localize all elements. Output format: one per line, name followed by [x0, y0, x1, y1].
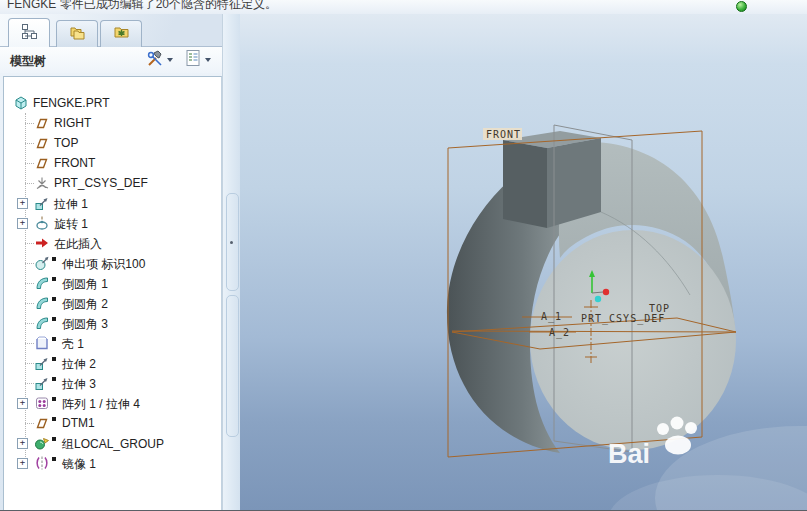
- tree-connector-stub: [25, 143, 34, 144]
- splitter-scrollbar[interactable]: [226, 295, 239, 437]
- tree-settings-button[interactable]: [146, 50, 173, 70]
- tree-connector-stub: [25, 123, 34, 124]
- folder-browser-icon: [69, 24, 86, 45]
- group-icon: [34, 435, 50, 451]
- tree-connector-stub: [25, 183, 34, 184]
- tree-item[interactable]: 倒圆角 1: [4, 273, 221, 293]
- mirror-icon: [34, 455, 50, 471]
- feature-note-marker: [52, 297, 56, 301]
- datum-icon: [34, 415, 50, 431]
- chevron-down-icon: [205, 58, 211, 62]
- front-plane-label[interactable]: FRONT: [486, 129, 521, 140]
- model-scene: FRONT TOP PRT_CSYS_DEF A_1 A_2 Bai: [240, 14, 807, 511]
- feature-note-marker: [52, 277, 56, 281]
- tree-item[interactable]: PRT_CSYS_DEF: [4, 173, 221, 193]
- feature-note-marker: [52, 437, 56, 441]
- tree-item[interactable]: +拉伸 1: [4, 193, 221, 213]
- feature-note-marker: [52, 457, 56, 461]
- tree-item-label: DTM1: [62, 416, 95, 430]
- tree-item-label: 旋转 1: [54, 216, 88, 233]
- tree-item[interactable]: 拉伸 3: [4, 373, 221, 393]
- expand-plus-icon[interactable]: +: [17, 438, 28, 449]
- navigator-panel: 模型树 FENGKE.PRTRIGHTTOPFRONTPRT_CSYS_DEF+…: [0, 14, 240, 511]
- tree-item-label: 在此插入: [54, 236, 102, 253]
- tree-connector-stub: [25, 343, 34, 344]
- tree-item[interactable]: +组LOCAL_GROUP: [4, 433, 221, 453]
- tree-item[interactable]: 伸出项 标识100: [4, 253, 221, 273]
- model-tree-tab[interactable]: [8, 18, 50, 48]
- watermark-text: Bai: [608, 439, 650, 469]
- folder-browser-tab[interactable]: [56, 20, 98, 47]
- tree-item[interactable]: +旋转 1: [4, 213, 221, 233]
- tree-item[interactable]: 拉伸 2: [4, 353, 221, 373]
- tree-item[interactable]: FENGKE.PRT: [4, 93, 221, 113]
- round-icon: [34, 295, 50, 311]
- part-icon: [13, 95, 29, 111]
- tree-item[interactable]: TOP: [4, 133, 221, 153]
- expand-plus-icon[interactable]: +: [17, 218, 28, 229]
- tree-item-label: 拉伸 1: [54, 196, 88, 213]
- chevron-down-icon: [167, 58, 173, 62]
- tree-item-label: TOP: [54, 136, 78, 150]
- tree-item-label: 镜像 1: [62, 456, 96, 473]
- tree-item-label: 倒圆角 3: [62, 316, 108, 333]
- tree-connector-stub: [25, 363, 34, 364]
- tree-connector-stub: [25, 283, 34, 284]
- model-tree-icon: [21, 23, 38, 44]
- expand-plus-icon[interactable]: +: [17, 458, 28, 469]
- tree-item[interactable]: 倒圆角 2: [4, 293, 221, 313]
- tree-item-label: 伸出项 标识100: [62, 256, 145, 273]
- tree-item[interactable]: 壳 1: [4, 333, 221, 353]
- tree-display-button[interactable]: [184, 50, 211, 70]
- tree-item-label: 拉伸 3: [62, 376, 96, 393]
- tree-item[interactable]: 在此插入: [4, 233, 221, 253]
- pattern-icon: [34, 395, 50, 411]
- round-icon: [34, 315, 50, 331]
- splitter-handle-dot[interactable]: [230, 241, 233, 244]
- feature-note-marker: [52, 357, 56, 361]
- tree-item-label: 阵列 1 / 拉伸 4: [62, 396, 140, 413]
- tree-connector-stub: [25, 263, 34, 264]
- feature-note-marker: [52, 317, 56, 321]
- datum-icon: [34, 155, 50, 171]
- axis-2-label[interactable]: A_2: [549, 327, 570, 339]
- expand-plus-icon[interactable]: +: [17, 198, 28, 209]
- favorites-folder-icon: [113, 24, 130, 45]
- axis-1-label[interactable]: A_1: [541, 311, 562, 323]
- tree-item-label: FENGKE.PRT: [33, 96, 109, 110]
- hammer-wrench-icon: [146, 49, 164, 71]
- tree-item[interactable]: FRONT: [4, 153, 221, 173]
- feature-note-marker: [52, 417, 56, 421]
- tree-item-label: 拉伸 2: [62, 356, 96, 373]
- tree-item[interactable]: +镜像 1: [4, 453, 221, 473]
- tree-item-label: 倒圆角 2: [62, 296, 108, 313]
- feature-note-marker: [52, 377, 56, 381]
- tree-item[interactable]: DTM1: [4, 413, 221, 433]
- tree-item-label: PRT_CSYS_DEF: [54, 176, 148, 190]
- tree-connector-stub: [25, 303, 34, 304]
- model-tree-header: 模型树: [0, 47, 240, 73]
- tree-connector-stub: [25, 383, 34, 384]
- tree-item[interactable]: +阵列 1 / 拉伸 4: [4, 393, 221, 413]
- csys-label[interactable]: PRT_CSYS_DEF: [581, 313, 665, 325]
- tree-connector-stub: [25, 323, 34, 324]
- csys-icon: [34, 175, 50, 191]
- panel-splitter[interactable]: [222, 14, 240, 511]
- tree-connector-stub: [25, 163, 34, 164]
- tree-item-label: 组LOCAL_GROUP: [62, 436, 164, 453]
- favorites-tab[interactable]: [100, 20, 142, 47]
- graphics-area[interactable]: FRONT TOP PRT_CSYS_DEF A_1 A_2 Bai: [240, 14, 807, 511]
- tree-item-label: 壳 1: [62, 336, 84, 353]
- datum-icon: [34, 135, 50, 151]
- datum-icon: [34, 115, 50, 131]
- insert-icon: [34, 235, 50, 251]
- expand-plus-icon[interactable]: +: [17, 398, 28, 409]
- feature-note-marker: [52, 337, 56, 341]
- display-list-icon: [184, 49, 202, 71]
- tree-item[interactable]: RIGHT: [4, 113, 221, 133]
- revolve-icon: [34, 215, 50, 231]
- green-regenerate-ball-icon[interactable]: [736, 1, 747, 12]
- feature-note-marker: [52, 397, 56, 401]
- tree-item[interactable]: 倒圆角 3: [4, 313, 221, 333]
- model-tree: FENGKE.PRTRIGHTTOPFRONTPRT_CSYS_DEF+拉伸 1…: [3, 76, 222, 511]
